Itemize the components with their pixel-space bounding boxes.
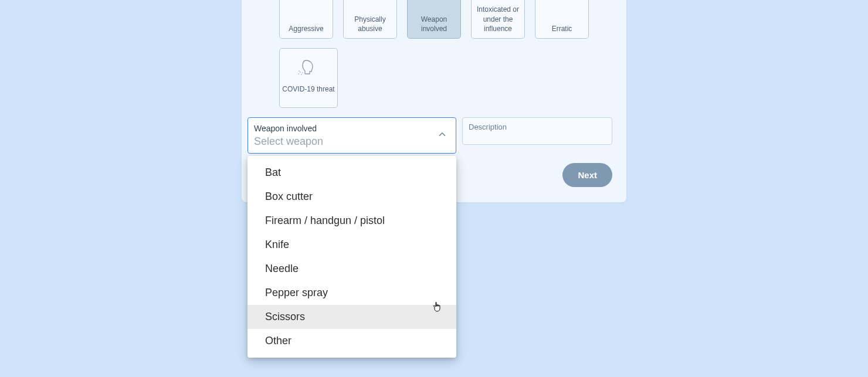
svg-point-1 <box>298 73 299 74</box>
dropdown-option-needle[interactable]: Needle <box>247 257 456 281</box>
weapon-form-row: Weapon involved Select weapon Descriptio… <box>242 117 626 154</box>
dropdown-option-pepper-spray[interactable]: Pepper spray <box>247 281 456 305</box>
dropdown-option-knife[interactable]: Knife <box>247 233 456 257</box>
dropdown-option-box-cutter[interactable]: Box cutter <box>247 185 456 209</box>
description-input[interactable]: Description <box>462 117 612 145</box>
tile-label: Physically abusive <box>347 15 393 33</box>
tile-aggressive[interactable]: Aggressive <box>279 0 333 39</box>
dropdown-option-scissors[interactable]: Scissors <box>247 305 456 329</box>
tiles-row-2: COVID-19 threat <box>279 48 589 108</box>
behavior-tiles-area: Aggressive Physically abusive Weapon inv… <box>242 0 626 108</box>
svg-point-4 <box>302 72 303 73</box>
weapon-select-label: Weapon involved <box>254 124 433 133</box>
tiles-row-1: Aggressive Physically abusive Weapon inv… <box>279 0 589 39</box>
tile-covid-threat[interactable]: COVID-19 threat <box>279 48 338 108</box>
chevron-up-icon <box>437 129 447 142</box>
description-label: Description <box>469 123 507 131</box>
tile-label: Erratic <box>552 24 572 33</box>
weapon-dropdown: Bat Box cutter Firearm / handgun / pisto… <box>247 156 456 358</box>
tile-physically-abusive[interactable]: Physically abusive <box>343 0 397 39</box>
tile-label: COVID-19 threat <box>282 85 334 93</box>
dropdown-option-bat[interactable]: Bat <box>247 161 456 185</box>
next-button[interactable]: Next <box>562 163 612 187</box>
svg-point-3 <box>299 70 300 72</box>
tile-erratic[interactable]: Erratic <box>535 0 589 39</box>
tile-intoxicated[interactable]: Intoxicated or under the influence <box>471 0 525 39</box>
covid-cough-icon <box>297 58 320 77</box>
tile-label: Aggressive <box>289 24 323 33</box>
svg-point-2 <box>301 74 302 75</box>
dropdown-option-other[interactable]: Other <box>247 329 456 353</box>
svg-point-0 <box>300 72 301 73</box>
tile-label: Weapon involved <box>411 15 457 33</box>
weapon-select-placeholder: Select weapon <box>254 135 433 148</box>
tile-weapon-involved[interactable]: Weapon involved <box>407 0 461 39</box>
weapon-select-wrapper: Weapon involved Select weapon <box>247 117 456 154</box>
weapon-select[interactable]: Weapon involved Select weapon <box>247 117 456 154</box>
dropdown-option-firearm[interactable]: Firearm / handgun / pistol <box>247 209 456 233</box>
tile-label: Intoxicated or under the influence <box>475 5 521 33</box>
